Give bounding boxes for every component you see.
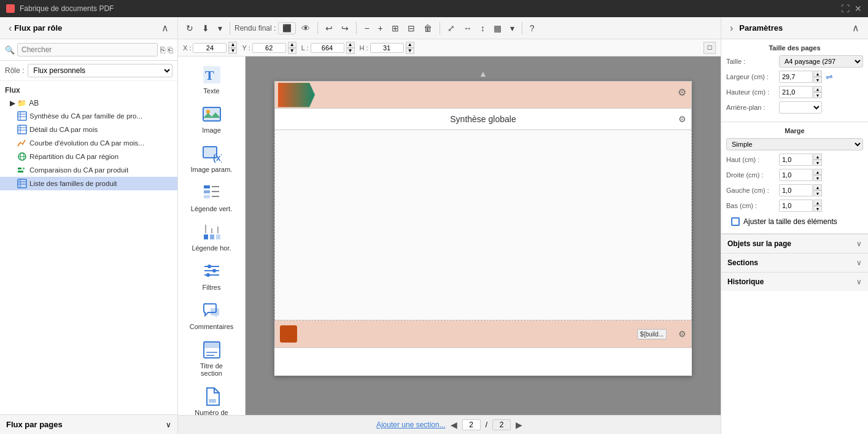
page-total-input <box>492 419 511 430</box>
tree-item-5[interactable]: Liste des familles de produit <box>0 177 177 190</box>
scroll-up-button[interactable]: ▲ <box>479 69 487 79</box>
maximize-button[interactable]: ⛶ <box>841 4 850 14</box>
right-panel-expand-btn[interactable]: › <box>727 23 735 34</box>
marge-type-select[interactable]: Simple Avancée <box>726 138 863 150</box>
accordion-sections-header[interactable]: Sections ∨ <box>721 254 868 272</box>
add-section-link[interactable]: Ajouter une section... <box>376 420 446 429</box>
svg-rect-4 <box>18 125 26 134</box>
collapse-left-button[interactable]: ‹ <box>6 23 14 34</box>
gauche-up-button[interactable]: ▲ <box>813 184 822 190</box>
tree-item-3[interactable]: Répartition du CA par région <box>0 150 177 163</box>
accordion-historique-header[interactable]: Historique ∨ <box>721 273 868 291</box>
search-input[interactable] <box>17 43 158 56</box>
y-input[interactable] <box>252 43 286 53</box>
x-input[interactable] <box>193 43 227 53</box>
ungroup-button[interactable]: ⊟ <box>405 21 418 35</box>
tool-numero-page[interactable]: Numéro de page <box>184 383 239 415</box>
droite-up-button[interactable]: ▲ <box>813 169 822 175</box>
bas-down-button[interactable]: ▼ <box>813 206 822 212</box>
tool-image[interactable]: Image <box>184 101 239 138</box>
y-up-button[interactable]: ▲ <box>288 42 296 48</box>
tool-texte[interactable]: T Texte <box>184 61 239 98</box>
delete-button[interactable]: 🗑 <box>420 21 435 35</box>
h-input[interactable] <box>370 43 404 53</box>
expand-left-button[interactable]: ∧ <box>159 22 171 34</box>
fit-button[interactable]: ⤢ <box>444 21 458 35</box>
x-down-button[interactable]: ▼ <box>228 48 237 54</box>
tool-commentaires[interactable]: Commentaires <box>184 297 239 334</box>
zoom-in-button[interactable]: + <box>375 21 386 35</box>
section-header-gear-icon[interactable]: ⚙ <box>678 87 686 98</box>
separator-3 <box>356 22 357 34</box>
h-up-button[interactable]: ▲ <box>406 42 414 48</box>
bottom-panel-header[interactable]: Flux par pages ∨ <box>0 414 177 434</box>
layout-button[interactable]: ▦ <box>490 21 505 35</box>
l-up-button[interactable]: ▲ <box>346 42 355 48</box>
footer-gear-icon[interactable]: ⚙ <box>678 329 686 339</box>
gauche-input[interactable] <box>779 184 813 196</box>
haut-input-group: ▲ ▼ <box>779 153 822 166</box>
height-input[interactable] <box>779 86 813 98</box>
width-input[interactable] <box>779 71 813 83</box>
layer-button[interactable]: ⬛ <box>278 22 296 34</box>
tree-item-2[interactable]: Courbe d'évolution du CA par mois... <box>0 136 177 150</box>
layout-dropdown-button[interactable]: ▾ <box>507 21 517 35</box>
height-up-button[interactable]: ▲ <box>813 86 822 92</box>
refresh-button[interactable]: ↻ <box>183 21 196 35</box>
eye-button[interactable]: 👁 <box>298 21 313 35</box>
svg-text:T: T <box>205 68 214 83</box>
adjust-checkbox[interactable] <box>731 217 740 226</box>
next-page-button[interactable]: ▶ <box>516 420 522 430</box>
l-down-button[interactable]: ▼ <box>346 48 355 54</box>
undo-button[interactable]: ↩ <box>322 21 336 35</box>
size-select[interactable]: A4 paysage (297 <box>779 55 863 68</box>
tree-folder-ab[interactable]: ▶ 📁 AB <box>0 97 177 109</box>
gauche-down-button[interactable]: ▼ <box>813 190 822 196</box>
accordion-objets-header[interactable]: Objets sur la page ∨ <box>721 234 868 253</box>
fit-width-button[interactable]: ↔ <box>460 21 475 35</box>
tree-item-1[interactable]: Détail du CA par mois <box>0 123 177 136</box>
bas-input[interactable] <box>779 200 813 212</box>
prev-page-button[interactable]: ◀ <box>451 420 457 430</box>
tree-item-0[interactable]: Synthèse du CA par famille de pro... <box>0 109 177 123</box>
exchange-icon[interactable]: ⇌ <box>826 72 833 82</box>
y-down-button[interactable]: ▼ <box>288 48 296 54</box>
right-panel-collapse-btn[interactable]: ∧ <box>850 22 862 34</box>
dropdown-arrow-button[interactable]: ▾ <box>215 21 225 35</box>
width-down-button[interactable]: ▼ <box>813 77 822 83</box>
zoom-out-button[interactable]: − <box>361 21 372 35</box>
tree-item-4[interactable]: Comparaison du CA par produit <box>0 163 177 177</box>
tool-titre-section[interactable]: Titre de section <box>184 336 239 381</box>
tool-filtres[interactable]: Filtres <box>184 258 239 295</box>
tool-legende-hor[interactable]: Légende hor. <box>184 219 239 255</box>
l-input[interactable] <box>311 43 344 53</box>
bas-up-button[interactable]: ▲ <box>813 200 822 206</box>
x-up-button[interactable]: ▲ <box>228 42 237 48</box>
section-title-gear-icon[interactable]: ⚙ <box>678 114 686 124</box>
lock-ratio-button[interactable]: □ <box>703 42 716 54</box>
accordion-historique-title: Historique <box>727 277 856 286</box>
group-button[interactable]: ⊞ <box>389 21 402 35</box>
copy-button[interactable]: ⎘ <box>160 45 165 55</box>
width-up-button[interactable]: ▲ <box>813 71 822 77</box>
haut-down-button[interactable]: ▼ <box>813 160 822 166</box>
droite-input[interactable] <box>779 169 813 181</box>
background-select[interactable] <box>779 101 822 114</box>
height-down-button[interactable]: ▼ <box>813 92 822 98</box>
haut-input[interactable] <box>779 153 813 166</box>
help-button[interactable]: ? <box>527 21 538 35</box>
redo-button[interactable]: ↪ <box>338 21 352 35</box>
page-number-input[interactable] <box>462 419 481 430</box>
folder-label: AB <box>29 99 39 107</box>
fit-height-button[interactable]: ↕ <box>478 21 488 35</box>
haut-up-button[interactable]: ▲ <box>813 153 822 160</box>
close-button[interactable]: ✕ <box>854 4 862 14</box>
tool-image-param[interactable]: (x) Image param. <box>184 140 239 177</box>
svg-text:(x): (x) <box>213 153 222 163</box>
tool-legende-vert[interactable]: Légende vert. <box>184 179 239 216</box>
droite-down-button[interactable]: ▼ <box>813 175 822 181</box>
download-button[interactable]: ⬇ <box>199 21 212 35</box>
h-down-button[interactable]: ▼ <box>406 48 414 54</box>
paste-button[interactable]: ⎗ <box>168 45 172 55</box>
role-select[interactable]: Flux personnels <box>28 64 172 77</box>
